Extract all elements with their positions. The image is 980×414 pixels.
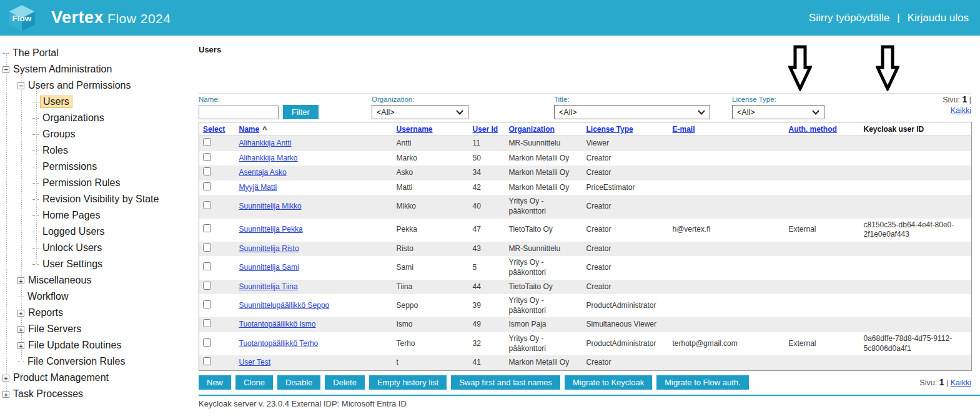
- sidebar-item-file-update-routines[interactable]: +File Update Routines: [0, 337, 194, 353]
- user-name-link[interactable]: Suunnittelija Sami: [239, 263, 299, 272]
- sidebar-item-roles[interactable]: Roles: [0, 142, 194, 159]
- expand-icon[interactable]: +: [17, 342, 24, 349]
- column-header-username[interactable]: Username: [393, 122, 469, 136]
- sidebar-item-logged-users[interactable]: Logged Users: [0, 224, 194, 240]
- expand-icon[interactable]: +: [2, 391, 9, 398]
- keycloak-id-cell: [860, 136, 972, 151]
- column-header-label[interactable]: Username: [397, 125, 433, 134]
- expand-icon[interactable]: +: [17, 277, 24, 284]
- row-select-checkbox[interactable]: [203, 201, 211, 209]
- show-all-link[interactable]: Kaikki: [951, 106, 971, 115]
- user-name-link[interactable]: Suunnittelija Tiina: [239, 282, 298, 291]
- row-select-checkbox[interactable]: [203, 357, 211, 365]
- sidebar-item-users-and-permissions[interactable]: −Users and Permissions: [0, 77, 194, 94]
- go-to-desktop-link[interactable]: Siirry työpöydälle: [809, 12, 889, 24]
- license-type-cell: ProductAdministrator: [583, 332, 669, 355]
- show-all-link[interactable]: Kaikki: [951, 378, 971, 387]
- column-header-label[interactable]: Name: [239, 125, 260, 134]
- license-type-select[interactable]: <All>: [732, 105, 824, 119]
- column-header-license-type[interactable]: License Type: [583, 122, 669, 136]
- user-name-link[interactable]: Asentaja Asko: [239, 168, 287, 177]
- sidebar-item-organizations[interactable]: Organizations: [0, 110, 194, 126]
- column-header-user-id[interactable]: User Id: [469, 122, 505, 136]
- clone-button[interactable]: Clone: [235, 375, 273, 390]
- user-name-link[interactable]: Tuotantopäällikkö Ismo: [239, 320, 316, 328]
- row-select-checkbox[interactable]: [203, 262, 211, 270]
- logout-link[interactable]: Kirjaudu ulos: [908, 12, 969, 24]
- page-title: Users: [199, 45, 980, 54]
- column-header-organization[interactable]: Organization: [505, 122, 583, 136]
- sidebar-item-permissions[interactable]: Permissions: [0, 159, 194, 175]
- sidebar-item-users[interactable]: Users: [0, 94, 194, 110]
- disable-button[interactable]: Disable: [277, 375, 320, 390]
- user-name-link[interactable]: Suunnittelupäällikkö Seppo: [239, 301, 330, 310]
- collapse-icon[interactable]: −: [17, 82, 24, 89]
- column-header-label[interactable]: Organization: [509, 125, 555, 134]
- sidebar-item-home-pages[interactable]: Home Pages: [0, 207, 194, 224]
- column-header-label[interactable]: E-mail: [673, 125, 695, 134]
- sidebar-item-user-settings[interactable]: User Settings: [0, 256, 194, 272]
- name-filter-input[interactable]: [199, 106, 279, 119]
- column-header-label[interactable]: Select: [203, 125, 225, 134]
- empty-history-list-button[interactable]: Empty history list: [369, 375, 447, 390]
- sidebar-item-label: System Administration: [13, 64, 112, 75]
- email-cell: [669, 165, 785, 180]
- row-select-checkbox[interactable]: [203, 282, 211, 290]
- user-id-cell: 11: [469, 136, 505, 151]
- user-name-link[interactable]: Tuotantopäällikkö Terho: [239, 339, 319, 348]
- row-select-checkbox[interactable]: [203, 300, 211, 308]
- row-select-checkbox[interactable]: [203, 167, 211, 175]
- sidebar-item-system-administration[interactable]: −System Administration: [0, 61, 194, 77]
- column-header-label[interactable]: User Id: [473, 125, 498, 134]
- new-button[interactable]: New: [199, 375, 231, 390]
- migrate-to-keycloak-button[interactable]: Migrate to Keycloak: [565, 375, 652, 390]
- expand-icon[interactable]: +: [17, 326, 24, 333]
- sidebar-item-workflow[interactable]: Workflow: [0, 288, 194, 305]
- row-select-checkbox[interactable]: [203, 338, 211, 347]
- column-header-auth-method[interactable]: Auth. method: [785, 122, 860, 136]
- column-header-e-mail[interactable]: E-mail: [669, 122, 785, 136]
- sidebar-item-product-management[interactable]: +Product Management: [0, 370, 194, 386]
- migrate-to-flow-auth-button[interactable]: Migrate to Flow auth.: [656, 375, 748, 390]
- swap-first-and-last-names-button[interactable]: Swap first and last names: [451, 375, 560, 390]
- sidebar-item-permission-rules[interactable]: Permission Rules: [0, 175, 194, 191]
- user-id-cell: 40: [469, 195, 505, 218]
- row-select-checkbox[interactable]: [203, 182, 211, 190]
- sidebar-item-file-conversion-rules[interactable]: File Conversion Rules: [0, 353, 194, 370]
- keycloak-id-cell: [860, 355, 972, 370]
- row-select-checkbox[interactable]: [203, 224, 211, 232]
- user-name-link[interactable]: Myyjä Matti: [239, 183, 277, 192]
- row-select-checkbox[interactable]: [203, 138, 211, 146]
- row-select-checkbox[interactable]: [203, 153, 211, 161]
- delete-button[interactable]: Delete: [325, 375, 365, 390]
- sidebar-item-label: Permissions: [42, 161, 97, 172]
- organization-select[interactable]: <All>: [372, 105, 468, 119]
- keycloak-id-cell: [860, 317, 972, 332]
- expand-icon[interactable]: +: [2, 375, 9, 382]
- sidebar-item-task-processes[interactable]: +Task Processes: [0, 386, 194, 402]
- sidebar-item-reports[interactable]: +Reports: [0, 305, 194, 321]
- sidebar-item-miscellaneous[interactable]: +Miscellaneous: [0, 272, 194, 288]
- user-name-link[interactable]: Suunnittelija Risto: [239, 244, 299, 253]
- sidebar-item-groups[interactable]: Groups: [0, 126, 194, 142]
- expand-icon[interactable]: +: [17, 310, 24, 317]
- user-name-link[interactable]: User Test: [239, 358, 270, 367]
- sidebar-item-file-servers[interactable]: +File Servers: [0, 321, 194, 337]
- sidebar-item-unlock-users[interactable]: Unlock Users: [0, 240, 194, 256]
- user-name-link[interactable]: Alihankkija Marko: [239, 154, 298, 162]
- filter-button[interactable]: Filter: [283, 105, 319, 119]
- column-header-select[interactable]: Select: [199, 122, 235, 136]
- user-name-link[interactable]: Suunnittelija Mikko: [239, 202, 302, 210]
- sidebar-item-the-portal[interactable]: The Portal: [0, 45, 194, 61]
- title-select[interactable]: <All>: [554, 105, 710, 119]
- sidebar-item-revision-visibility-by-state[interactable]: Revision Visibility by State: [0, 191, 194, 207]
- column-header-label[interactable]: License Type: [587, 125, 633, 134]
- column-header-label[interactable]: Auth. method: [789, 125, 837, 134]
- row-select-checkbox[interactable]: [203, 244, 211, 252]
- column-header-name[interactable]: Name^: [235, 122, 393, 136]
- user-name-link[interactable]: Suunnittelija Pekka: [239, 225, 303, 234]
- row-select-checkbox[interactable]: [203, 319, 211, 327]
- name-cell: Myyjä Matti: [235, 180, 393, 195]
- user-name-link[interactable]: Alihankkija Antti: [239, 139, 292, 147]
- collapse-icon[interactable]: −: [2, 66, 9, 73]
